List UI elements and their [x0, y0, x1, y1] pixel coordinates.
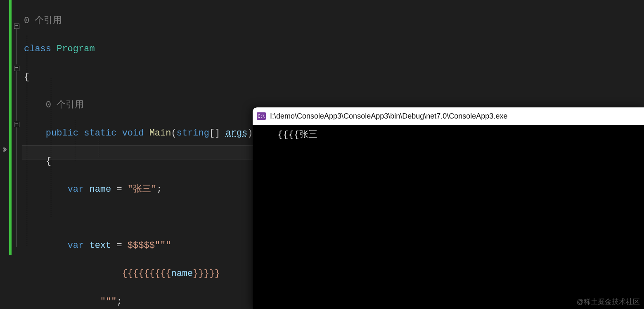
- fold-line: [17, 71, 17, 121]
- interpolation-var: name: [171, 269, 193, 279]
- keyword-var: var: [68, 184, 84, 195]
- raw-string-prefix: $$$$$: [128, 240, 155, 251]
- fold-toggle-icon[interactable]: [14, 122, 19, 127]
- change-indicator: [9, 0, 12, 255]
- fold-line: [17, 127, 17, 247]
- keyword-public: public: [46, 128, 78, 138]
- fold-toggle-icon[interactable]: [14, 66, 19, 71]
- console-titlebar[interactable]: C:\ I:\demo\ConsoleApp3\ConsoleApp3\bin\…: [253, 107, 644, 125]
- brackets: []: [209, 128, 220, 138]
- equals: =: [111, 184, 128, 195]
- brace: {: [46, 156, 51, 166]
- var-name: name: [89, 184, 111, 195]
- console-output[interactable]: {{{{张三: [253, 125, 644, 309]
- raw-string-braces-open: {{{{{{{{{: [122, 269, 171, 279]
- semicolon: ;: [116, 297, 122, 307]
- raw-string-open: """: [155, 240, 171, 251]
- keyword-static: static: [84, 128, 116, 138]
- equals: =: [111, 240, 128, 251]
- raw-string-braces-close: }}}}}: [193, 269, 220, 279]
- param-type: string: [177, 128, 209, 138]
- keyword-void: void: [122, 128, 144, 138]
- keyword-var: var: [68, 240, 84, 251]
- param-name: args: [226, 128, 248, 138]
- paren: (: [171, 128, 176, 138]
- method-name: Main: [149, 128, 171, 138]
- console-icon: C:\: [257, 112, 266, 120]
- semicolon: ;: [156, 184, 162, 195]
- console-window[interactable]: C:\ I:\demo\ConsoleApp3\ConsoleApp3\bin\…: [253, 107, 644, 309]
- brace: {: [24, 72, 29, 82]
- var-text: text: [89, 240, 111, 251]
- class-name: Program: [57, 44, 95, 54]
- codelens-method[interactable]: 0 个引用: [46, 100, 84, 110]
- fold-line: [17, 29, 17, 64]
- execution-pointer-icon: [0, 146, 8, 158]
- keyword-class: class: [24, 44, 51, 54]
- string-literal: "张三": [128, 184, 156, 195]
- codelens-class[interactable]: 0 个引用: [24, 16, 62, 26]
- fold-gutter: [13, 0, 21, 309]
- raw-string-close: """: [100, 297, 117, 307]
- console-title: I:\demo\ConsoleApp3\ConsoleApp3\bin\Debu…: [270, 112, 507, 121]
- paren: ): [247, 128, 253, 138]
- fold-toggle-icon[interactable]: [14, 24, 19, 29]
- watermark: @稀土掘金技术社区: [577, 297, 640, 307]
- code-content[interactable]: 0 个引用 class Program { 0 个引用 public stati…: [24, 0, 253, 309]
